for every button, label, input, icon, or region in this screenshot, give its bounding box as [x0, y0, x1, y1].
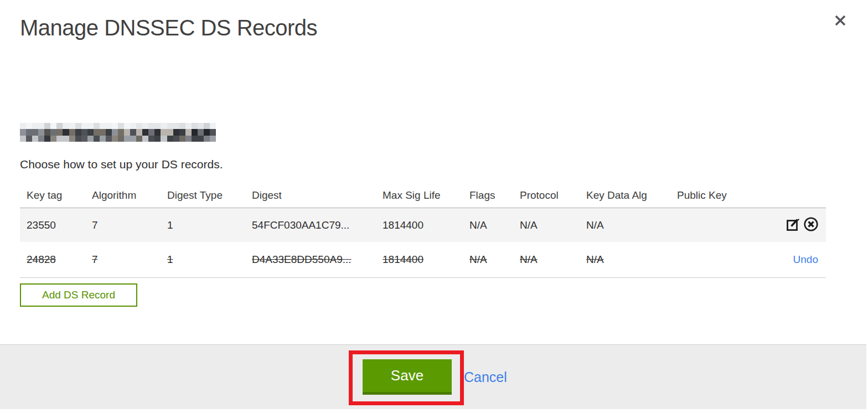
col-header-key-tag: Key tag — [20, 189, 85, 202]
cell-protocol: N/A — [513, 254, 580, 266]
redacted-domain-name — [20, 123, 216, 142]
cell-digest: D4A33E8DD550A9... — [245, 254, 376, 266]
col-header-flags: Flags — [463, 189, 513, 202]
cancel-link[interactable]: Cancel — [464, 369, 507, 385]
cell-protocol: N/A — [513, 219, 580, 231]
add-ds-record-button[interactable]: Add DS Record — [20, 283, 137, 307]
col-header-digest-type: Digest Type — [161, 189, 245, 202]
cell-digest-type: 1 — [161, 254, 245, 266]
col-header-key-data-alg: Key Data Alg — [580, 189, 670, 202]
cell-digest-type: 1 — [161, 219, 245, 231]
close-button[interactable] — [831, 12, 849, 30]
col-header-algorithm: Algorithm — [85, 189, 161, 202]
cell-max-sig-life: 1814400 — [376, 254, 463, 266]
cell-algorithm: 7 — [85, 254, 161, 266]
close-icon — [833, 13, 848, 29]
edit-record-icon — [786, 217, 801, 234]
col-header-max-sig-life: Max Sig Life — [376, 189, 463, 202]
row-actions: Undo — [742, 254, 826, 266]
cell-key-tag: 23550 — [20, 219, 85, 231]
save-button[interactable]: Save — [363, 359, 452, 395]
col-header-digest: Digest — [245, 189, 376, 202]
cell-digest: 54FCF030AA1C79... — [245, 219, 376, 231]
undo-link[interactable]: Undo — [793, 254, 819, 266]
instruction-text: Choose how to set up your DS records. — [20, 158, 223, 171]
table-header-row: Key tag Algorithm Digest Type Digest Max… — [20, 183, 826, 208]
cell-flags: N/A — [463, 219, 513, 231]
delete-record-button[interactable] — [803, 217, 819, 234]
cell-max-sig-life: 1814400 — [376, 219, 463, 231]
cell-flags: N/A — [463, 254, 513, 266]
table-row: 23550 7 1 54FCF030AA1C79... 1814400 N/A … — [20, 208, 826, 242]
cell-key-data-alg: N/A — [580, 219, 670, 231]
delete-record-icon — [803, 217, 819, 234]
col-header-protocol: Protocol — [513, 189, 580, 202]
table-row-deleted: 24828 7 1 D4A33E8DD550A9... 1814400 N/A … — [20, 242, 826, 278]
row-actions — [742, 217, 826, 234]
col-header-public-key: Public Key — [670, 189, 742, 202]
page-title: Manage DNSSEC DS Records — [20, 16, 317, 40]
cell-key-tag: 24828 — [20, 254, 85, 266]
dnssec-modal: Manage DNSSEC DS Records Choose how to s… — [0, 0, 868, 413]
ds-records-table: Key tag Algorithm Digest Type Digest Max… — [20, 183, 826, 278]
edit-record-button[interactable] — [785, 217, 802, 234]
cell-key-data-alg: N/A — [580, 254, 670, 266]
cell-algorithm: 7 — [85, 219, 161, 231]
